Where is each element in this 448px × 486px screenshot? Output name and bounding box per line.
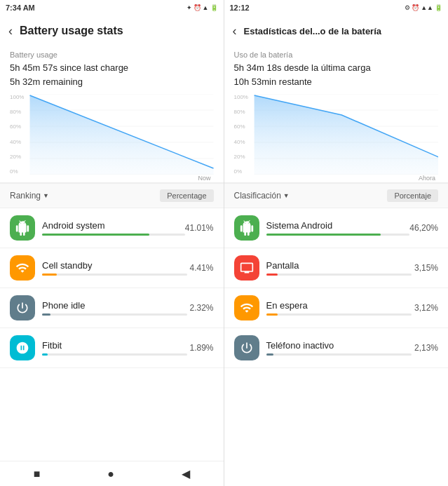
- battery-icon: 🔋: [210, 4, 218, 11]
- left-app-percentage-3: 2.32%: [187, 303, 214, 313]
- right-app-info-4: Teléfono inactivo: [266, 340, 412, 356]
- right-battery-icon: 🔋: [435, 4, 442, 11]
- screen-icon: [240, 261, 254, 275]
- left-app-bar-track-4: [42, 353, 187, 356]
- y-label-80: 80%: [10, 109, 24, 115]
- y-label-60: 60%: [10, 123, 24, 130]
- right-time: 12:12: [230, 4, 250, 12]
- svg-marker-6: [30, 95, 214, 175]
- alarm-icon: ⏰: [194, 4, 201, 11]
- left-app-item-4: Fitbit 1.89%: [0, 328, 224, 368]
- right-app-icon-4: [234, 335, 259, 360]
- right-app-bar-fill-4: [266, 353, 273, 356]
- left-battery-stat1: 5h 45m 57s since last charge: [10, 61, 214, 75]
- left-back-icon[interactable]: ◀: [182, 467, 190, 480]
- left-app-bar-track-1: [42, 234, 185, 236]
- right-status-bar: 12:12 ⚙ ⏰ ▲▲ 🔋: [224, 0, 449, 15]
- right-app-name-2: Pantalla: [266, 260, 412, 271]
- right-app-percentage-2: 3,15%: [412, 263, 438, 273]
- right-app-percentage-1: 46,20%: [409, 223, 438, 233]
- left-app-icon-3: [10, 295, 35, 320]
- left-app-icon-1: [10, 215, 35, 241]
- left-ranking-text: Ranking: [10, 191, 41, 201]
- left-app-item-2: Cell standby 4.41%: [0, 248, 224, 288]
- left-app-bar-fill-2: [42, 274, 57, 276]
- left-app-bar-track-2: [42, 274, 187, 276]
- left-app-bar-track-3: [42, 313, 187, 316]
- android-icon: [15, 220, 30, 236]
- right-chart-svg: [234, 94, 439, 175]
- wifi-icon: ▲: [203, 4, 209, 11]
- right-app-info-2: Pantalla: [266, 260, 412, 276]
- right-y-label-80: 80%: [234, 109, 248, 115]
- right-app-percentage-3: 3,12%: [412, 303, 438, 313]
- left-battery-label: Battery usage: [10, 50, 214, 59]
- left-chart-now: Now: [10, 175, 214, 182]
- right-battery-section: Uso de la batería 5h 34m 18s desde la úl…: [224, 46, 449, 91]
- right-battery-stat1: 5h 34m 18s desde la última carga: [234, 61, 439, 75]
- right-power-icon: [240, 341, 254, 355]
- left-ranking-label[interactable]: Ranking ▼: [10, 191, 49, 201]
- right-app-bar-track-4: [266, 353, 412, 356]
- left-app-bar-fill-4: [42, 353, 48, 356]
- right-nav-title: Estadísticas del...o de la batería: [244, 26, 382, 36]
- right-app-info-3: En espera: [266, 300, 412, 316]
- left-battery-section: Battery usage 5h 45m 57s since last char…: [0, 46, 224, 91]
- fitbit-icon: [15, 341, 29, 355]
- left-app-icon-4: [10, 335, 35, 360]
- right-app-name-1: Sistema Android: [266, 220, 410, 231]
- right-app-name-3: En espera: [266, 300, 412, 311]
- left-app-item-3: Phone idle 2.32%: [0, 288, 224, 328]
- left-app-info-3: Phone idle: [42, 300, 187, 316]
- left-circle-icon[interactable]: ●: [107, 468, 114, 480]
- left-nav-bar: ■ ● ◀: [0, 461, 224, 486]
- left-app-percentage-4: 1.89%: [187, 343, 214, 353]
- left-home-icon[interactable]: ■: [34, 468, 41, 480]
- left-status-bar: 7:34 AM ✦ ⏰ ▲ 🔋: [0, 0, 224, 15]
- right-percentage-button[interactable]: Porcentaje: [387, 189, 438, 202]
- left-app-list: Android system 41.01% Cell standby 4.41%: [0, 208, 224, 461]
- left-chart: 100% 80% 60% 40% 20% 0% Now: [0, 91, 224, 182]
- left-ranking-bar: Ranking ▼ Percentage: [0, 183, 224, 208]
- svg-marker-13: [254, 95, 438, 175]
- right-y-label-60: 60%: [234, 123, 248, 130]
- right-app-item-3: En espera 3,12%: [224, 288, 449, 328]
- right-app-info-1: Sistema Android: [266, 220, 410, 236]
- right-y-label-100: 100%: [234, 94, 248, 100]
- left-battery-stat2: 5h 32m remaining: [10, 75, 214, 89]
- right-app-bar-track-2: [266, 274, 412, 276]
- left-app-name-1: Android system: [42, 220, 185, 231]
- left-app-percentage-1: 41.01%: [185, 223, 214, 233]
- right-back-button[interactable]: ‹: [233, 24, 237, 39]
- right-status-icons: ⚙ ⏰ ▲▲ 🔋: [405, 4, 442, 11]
- left-top-nav: ‹ Battery usage stats: [0, 15, 224, 46]
- right-app-bar-fill-2: [266, 274, 278, 276]
- left-app-name-2: Cell standby: [42, 260, 187, 271]
- y-label-100: 100%: [10, 94, 24, 100]
- signal-icon: [15, 261, 29, 275]
- right-y-label-20: 20%: [234, 154, 248, 160]
- left-app-bar-fill-1: [42, 234, 149, 236]
- right-y-label-40: 40%: [234, 139, 248, 145]
- bluetooth-icon: ✦: [186, 4, 192, 11]
- left-panel: 7:34 AM ✦ ⏰ ▲ 🔋 ‹ Battery usage stats Ba…: [0, 0, 224, 486]
- left-app-info-2: Cell standby: [42, 260, 187, 276]
- right-app-bar-track-1: [266, 234, 410, 236]
- right-battery-label: Uso de la batería: [234, 50, 439, 59]
- y-label-0: 0%: [10, 168, 24, 175]
- right-ranking-label[interactable]: Clasificación ▼: [234, 191, 290, 201]
- right-panel: 12:12 ⚙ ⏰ ▲▲ 🔋 ‹ Estadísticas del...o de…: [224, 0, 449, 486]
- right-ranking-bar: Clasificación ▼ Porcentaje: [224, 183, 449, 208]
- left-app-info-1: Android system: [42, 220, 185, 236]
- right-gear-icon: ⚙: [405, 4, 410, 11]
- left-percentage-button[interactable]: Percentage: [160, 189, 213, 202]
- left-back-button[interactable]: ‹: [8, 24, 13, 39]
- right-android-icon: [239, 220, 254, 236]
- right-app-item-2: Pantalla 3,15%: [224, 248, 449, 288]
- left-app-info-4: Fitbit: [42, 340, 187, 356]
- left-chart-y-labels: 100% 80% 60% 40% 20% 0%: [10, 94, 24, 175]
- power-icon: [15, 301, 29, 315]
- left-status-icons: ✦ ⏰ ▲ 🔋: [186, 4, 218, 11]
- left-time: 7:34 AM: [6, 4, 35, 12]
- right-app-item-1: Sistema Android 46,20%: [224, 208, 449, 248]
